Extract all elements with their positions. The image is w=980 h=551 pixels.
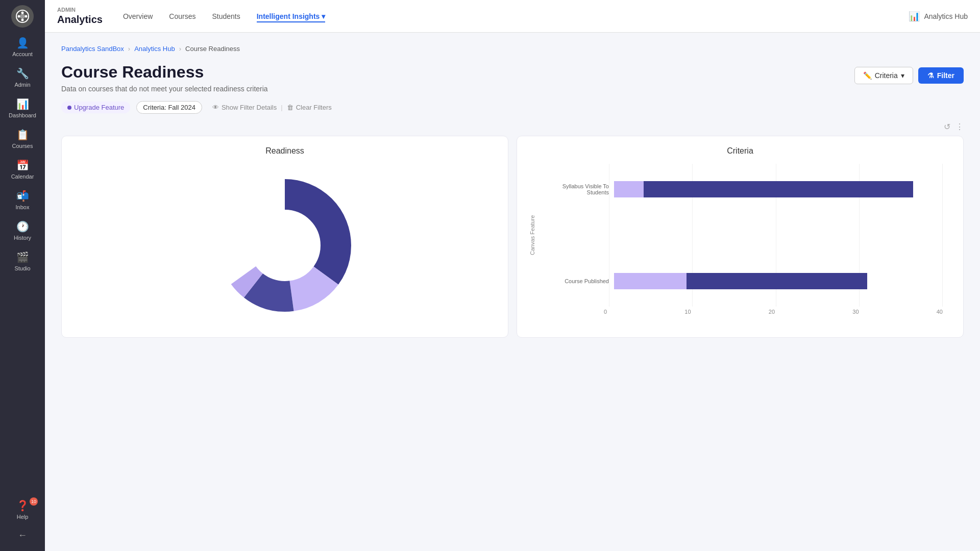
more-options-icon[interactable]: ⋮ [955,122,964,132]
sidebar-item-label: History [14,235,31,241]
header-actions: ✏️ Criteria ▾ ⚗ Filter [854,67,964,84]
x-label-20: 20 [769,309,775,315]
page-title: Course Readiness [61,63,268,82]
calendar-icon: 📅 [16,159,29,171]
courses-icon: 📋 [16,129,29,141]
filter-separator: | [281,104,282,111]
sidebar-item-studio[interactable]: 🎬 Studio [0,246,45,277]
bar-spacer [543,225,943,245]
pencil-icon: ✏️ [863,71,872,80]
criteria-chart-card: Criteria Canvas Feature [517,136,964,338]
sidebar-item-label: Studio [14,265,30,271]
nav-overview[interactable]: Overview [123,10,153,22]
bar-segment-dark-syllabus [644,181,913,197]
x-label-30: 30 [852,309,859,315]
bar-label-syllabus: Syllabus Visible To Students [543,183,609,195]
sidebar-item-label: Inbox [16,204,30,210]
bar-row-published: Course Published [543,266,943,296]
dashboard-icon: 📊 [16,98,29,110]
sidebar-item-label: Admin [14,82,30,88]
svg-point-2 [21,12,24,14]
sidebar-item-label: Account [12,51,33,57]
breadcrumb-sep-2: › [179,45,181,53]
nav-courses[interactable]: Courses [169,10,195,22]
collapse-icon: ← [18,530,27,540]
svg-point-10 [250,211,320,280]
admin-icon: 🔧 [16,67,29,80]
page-title-section: Course Readiness Data on courses that do… [61,63,268,93]
history-icon: 🕐 [16,220,29,233]
sidebar-item-history[interactable]: 🕐 History [0,215,45,246]
bar-chart-plot: Syllabus Visible To Students Course [537,164,943,307]
chart-controls: ↺ ⋮ [61,122,964,132]
trash-icon: 🗑 [287,104,293,111]
bar-segment-light-published [614,273,687,289]
bar-segment-dark-published [687,273,867,289]
criteria-tag[interactable]: Criteria: Fall 2024 [136,101,202,114]
bar-label-published: Course Published [543,278,609,284]
sidebar-item-inbox[interactable]: 📬 Inbox [0,185,45,215]
sidebar-item-calendar[interactable]: 📅 Calendar [0,154,45,185]
bar-chart-inner: Canvas Feature [527,164,943,307]
sidebar-item-label: Help [17,514,29,520]
content-area: Pandalytics SandBox › Analytics Hub › Co… [45,33,980,551]
breadcrumb: Pandalytics SandBox › Analytics Hub › Co… [61,45,964,53]
show-filter-label: Show Filter Details [222,104,277,111]
chevron-down-icon: ▾ [322,12,325,20]
bar-track-published [614,273,943,289]
x-label-40: 40 [937,309,943,315]
bar-track-syllabus [614,181,943,197]
refresh-icon[interactable]: ↺ [944,122,950,132]
admin-label: ADMIN [57,7,103,13]
sidebar-item-courses[interactable]: 📋 Courses [0,123,45,154]
nav-students[interactable]: Students [212,10,240,22]
studio-icon: 🎬 [16,251,29,263]
svg-point-4 [18,15,20,18]
bar-chart-container: Canvas Feature [527,164,953,327]
criteria-button[interactable]: ✏️ Criteria ▾ [854,67,913,84]
sidebar-item-dashboard[interactable]: 📊 Dashboard [0,93,45,123]
filter-row: Upgrade Feature Criteria: Fall 2024 👁 Sh… [61,101,964,114]
collapse-button[interactable]: ← [0,525,45,546]
bar-row-syllabus: Syllabus Visible To Students [543,174,943,205]
breadcrumb-current: Course Readiness [185,45,240,53]
sidebar-item-admin[interactable]: 🔧 Admin [0,62,45,93]
filter-actions: 👁 Show Filter Details | 🗑 Clear Filters [212,104,332,111]
account-icon: 👤 [16,37,29,49]
clear-filters-label: Clear Filters [296,104,332,111]
sidebar-logo[interactable] [11,5,34,28]
filter-icon: ⚗ [927,71,934,80]
filter-label: Filter [937,71,954,80]
sidebar-item-help[interactable]: 10 ❓ Help [0,494,45,525]
help-badge: 10 [30,497,38,506]
x-label-10: 10 [684,309,691,315]
criteria-tag-label: Criteria: Fall 2024 [143,104,195,111]
sidebar-item-label: Calendar [11,173,34,180]
show-filter-details-link[interactable]: 👁 Show Filter Details [212,104,277,111]
clear-filters-link[interactable]: 🗑 Clear Filters [287,104,332,111]
brand: ADMIN Analytics [57,7,103,26]
nav-insights[interactable]: Intelligent Insights ▾ [257,10,326,22]
breadcrumb-analytics-hub[interactable]: Analytics Hub [134,45,175,53]
sidebar-item-label: Dashboard [9,112,36,118]
filter-button[interactable]: ⚗ Filter [918,67,964,84]
upgrade-badge[interactable]: Upgrade Feature [61,102,130,113]
sidebar: 👤 Account 🔧 Admin 📊 Dashboard 📋 Courses … [0,0,45,551]
inbox-icon: 📬 [16,190,29,202]
sidebar-item-account[interactable]: 👤 Account [0,32,45,62]
charts-row: Readiness [61,136,964,338]
page-subtitle: Data on courses that do not meet your se… [61,85,268,93]
criteria-chart-title: Criteria [527,146,953,156]
eye-icon: 👁 [212,104,219,111]
criteria-chevron-icon: ▾ [901,71,904,80]
svg-point-5 [25,15,28,18]
breadcrumb-sandbox[interactable]: Pandalytics SandBox [61,45,124,53]
criteria-label: Criteria [875,71,898,80]
sidebar-item-label: Courses [12,143,33,149]
top-nav: Overview Courses Students Intelligent In… [123,10,909,22]
y-axis-label: Canvas Feature [527,164,537,307]
svg-point-3 [21,19,24,21]
analytics-hub-link[interactable]: 📊 Analytics Hub [909,11,968,22]
analytics-hub-label: Analytics Hub [924,12,968,20]
main-area: ADMIN Analytics Overview Courses Student… [45,0,980,551]
